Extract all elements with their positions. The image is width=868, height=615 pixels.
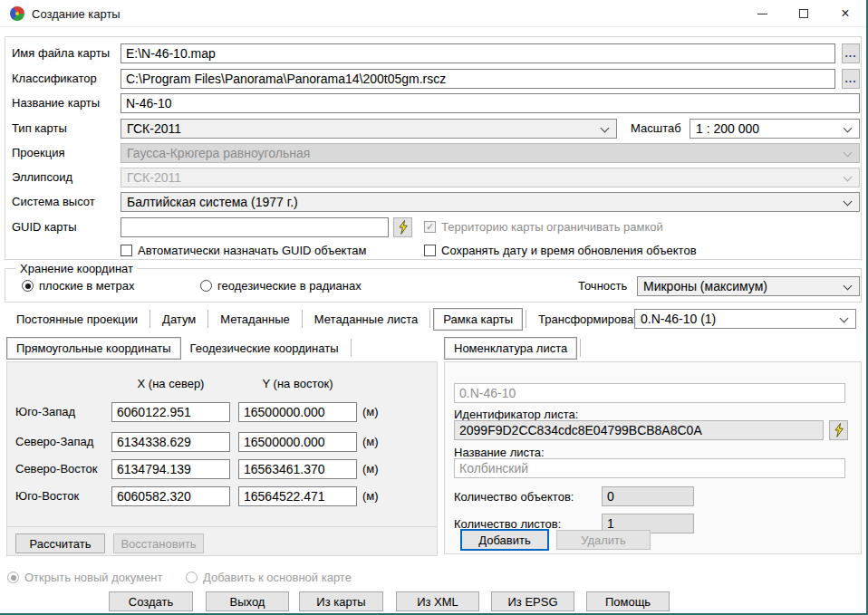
guid-input[interactable] (121, 217, 389, 237)
scale-label: Масштаб (631, 119, 681, 139)
sheet-id-label: Идентификатор листа: (454, 408, 578, 421)
tab-separator (302, 310, 303, 328)
sheet-title-label: Название листа: (454, 446, 545, 459)
radio-open-new-document-label: Открыть новый документ (24, 571, 163, 584)
map-type-label: Тип карты (12, 119, 67, 139)
checkbox-icon (424, 245, 436, 256)
generate-guid-button[interactable] (393, 217, 412, 237)
coordinate-storage-group: Хранение координат плоские в метрах геод… (5, 268, 862, 303)
tab-geodesic-coords[interactable]: Геодезические координаты (181, 338, 348, 359)
sw-y-input[interactable] (238, 402, 357, 422)
tab-separator (526, 310, 526, 328)
panel-divider (7, 526, 437, 527)
radio-flat-meters-label: плоские в метрах (39, 279, 134, 293)
se-y-input[interactable] (238, 486, 357, 506)
height-system-select[interactable]: Балтийская система (1977 г.) (121, 192, 860, 212)
radio-add-to-main-map-label: Добавить к основной карте (203, 571, 352, 584)
classifier-input[interactable] (121, 69, 835, 89)
precision-select[interactable]: Микроны (максимум) (637, 276, 860, 296)
sheet-id-input[interactable] (454, 420, 824, 440)
chevron-down-icon (844, 282, 853, 291)
checkbox-icon (121, 245, 132, 256)
nomenclature-tab-bar: Номенклатура листа (444, 336, 583, 360)
corner-label-nw: Северо-Запад (15, 432, 93, 452)
height-system-value: Балтийская система (1977 г.) (127, 195, 298, 209)
radio-flat-meters[interactable]: плоские в метрах (22, 279, 134, 293)
chevron-down-icon (840, 314, 849, 323)
file-name-input[interactable] (121, 43, 835, 63)
from-map-button[interactable]: Из карты (299, 591, 383, 611)
unit-label: (м) (362, 432, 379, 452)
maximize-button[interactable] (783, 0, 825, 27)
tab-sheet-nomenclature[interactable]: Номенклатура листа (444, 337, 577, 360)
column-header-x: X (на север) (111, 377, 230, 390)
territory-frame-checkbox: ✓ Территорию карты ограничивать рамкой (424, 220, 663, 234)
map-name-input[interactable] (121, 93, 860, 113)
sw-x-input[interactable] (111, 402, 230, 422)
radio-icon (22, 280, 34, 292)
tab-metadata[interactable]: Метаданные (211, 309, 299, 330)
corner-label-sw: Юго-Запад (15, 402, 75, 422)
sheet-selector[interactable]: 0.N-46-10 (1) (634, 309, 856, 329)
from-xml-button[interactable]: Из XML (396, 591, 479, 611)
tab-rectangular-coords[interactable]: Прямоугольные координаты (6, 337, 181, 360)
tab-constant-projections[interactable]: Постоянные проекции (7, 309, 147, 330)
lightning-icon (833, 423, 845, 437)
file-name-label: Имя файла карты (12, 43, 110, 63)
sheet-nomenclature-panel: Идентификатор листа: Название листа: Кол… (444, 361, 862, 554)
projection-select: Гаусса-Крюгера равноугольная (121, 143, 860, 163)
map-type-select[interactable]: ГСК-2011 (121, 119, 617, 139)
exit-button[interactable]: Выход (206, 591, 289, 611)
save-date-label: Сохранять дату и время обновления объект… (441, 244, 697, 257)
ne-x-input[interactable] (111, 459, 230, 479)
scale-select[interactable]: 1 : 200 000 (690, 119, 860, 139)
tab-separator (207, 310, 208, 328)
help-button[interactable]: Помощь (586, 591, 670, 611)
nw-x-input[interactable] (111, 432, 230, 452)
tab-map-frame[interactable]: Рамка карты (433, 308, 523, 331)
sheet-selector-value: 0.N-46-10 (1) (641, 312, 716, 326)
tab-datum[interactable]: Датум (153, 309, 205, 330)
ne-y-input[interactable] (238, 459, 357, 479)
classifier-browse-button[interactable]: ... (842, 69, 860, 89)
sheet-title-input[interactable] (454, 458, 845, 478)
sheet-nomenclature-input[interactable] (454, 383, 845, 403)
projection-value: Гаусса-Крюгера равноугольная (127, 146, 310, 160)
classifier-label: Классификатор (12, 69, 97, 89)
save-date-checkbox[interactable]: Сохранять дату и время обновления объект… (424, 244, 697, 257)
chevron-down-icon (844, 149, 853, 158)
unit-label: (м) (362, 486, 379, 506)
generate-sheet-id-button[interactable] (829, 420, 848, 440)
auto-guid-checkbox[interactable]: Автоматически назначать GUID объектам (121, 244, 366, 257)
chevron-down-icon (844, 124, 853, 133)
precision-label: Точность (578, 276, 627, 296)
radio-icon (186, 572, 198, 583)
objects-count-label: Количество объектов: (454, 490, 574, 504)
maximize-icon (799, 9, 808, 18)
scale-value: 1 : 200 000 (696, 121, 759, 136)
corner-label-se: Юго-Восток (15, 486, 79, 506)
calculate-button[interactable]: Рассчитать (15, 533, 105, 553)
precision-value: Микроны (максимум) (643, 279, 767, 293)
territory-frame-label: Территорию карты ограничивать рамкой (441, 220, 663, 234)
minimize-button[interactable] (741, 0, 783, 27)
ellipsoid-select: ГСК-2011 (121, 168, 860, 187)
create-map-dialog: Создание карты × Имя файла карты ... Кла… (0, 0, 868, 615)
se-x-input[interactable] (111, 486, 230, 506)
radio-add-to-main-map: Добавить к основной карте (186, 571, 352, 584)
nw-y-input[interactable] (238, 432, 357, 452)
from-epsg-button[interactable]: Из EPSG (491, 591, 574, 611)
auto-guid-label: Автоматически назначать GUID объектам (138, 244, 366, 257)
corner-label-ne: Северо-Восток (15, 459, 98, 479)
close-button[interactable]: × (825, 0, 866, 27)
file-browse-button[interactable]: ... (842, 43, 860, 63)
tab-sheet-metadata[interactable]: Метаданные листа (305, 309, 428, 330)
radio-geodesic-radians-label: геодезические в радианах (217, 279, 362, 293)
create-button[interactable]: Создать (109, 591, 193, 611)
tab-separator (149, 310, 150, 328)
lightning-icon (397, 220, 410, 235)
radio-geodesic-radians[interactable]: геодезические в радианах (200, 279, 362, 293)
chevron-down-icon (844, 197, 853, 207)
add-sheet-button[interactable]: Добавить (460, 529, 549, 551)
chevron-down-icon (844, 173, 853, 182)
